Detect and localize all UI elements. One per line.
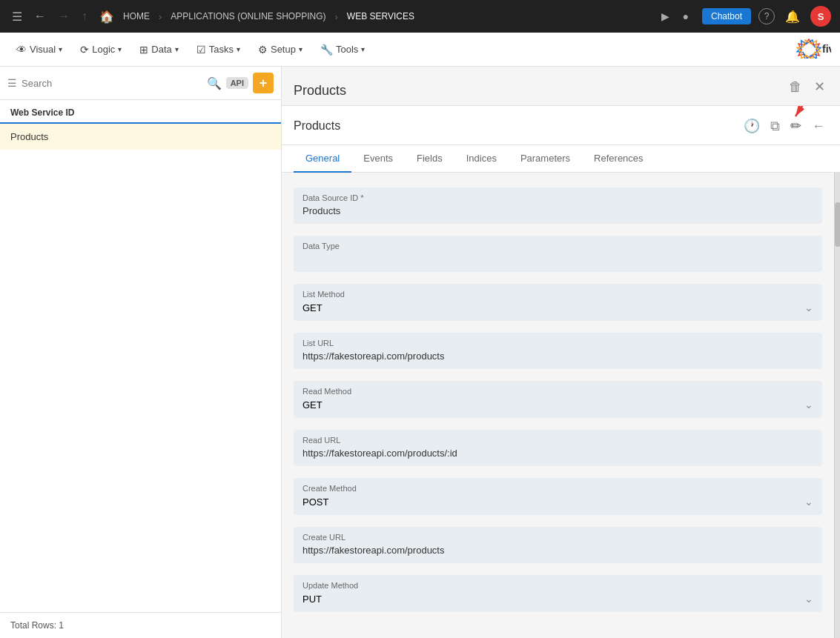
create-method-field[interactable]: Create Method POST ⌄ xyxy=(294,478,822,515)
data-type-value xyxy=(302,253,813,265)
update-method-field[interactable]: Update Method PUT ⌄ xyxy=(294,575,822,612)
create-method-select[interactable]: POST ⌄ xyxy=(302,496,813,508)
visual-label: Visual xyxy=(30,44,56,55)
inner-back-icon[interactable]: ← xyxy=(809,116,828,137)
tab-parameters-label: Parameters xyxy=(520,153,570,164)
list-method-label: List Method xyxy=(302,290,813,299)
search-icon: 🔍 xyxy=(207,76,222,90)
tab-general[interactable]: General xyxy=(294,145,351,173)
setup-label: Setup xyxy=(271,44,296,55)
update-method-select[interactable]: PUT ⌄ xyxy=(302,593,813,605)
setup-dropdown-icon: ▾ xyxy=(299,45,302,53)
breadcrumb-home[interactable]: HOME xyxy=(123,11,150,21)
tools-dropdown-icon: ▾ xyxy=(361,45,365,53)
search-input[interactable] xyxy=(22,78,202,89)
data-source-id-value: Products xyxy=(302,205,813,216)
play-icon[interactable]: ▶ xyxy=(658,7,672,25)
filter-icon: ☰ xyxy=(7,77,17,89)
scrollbar-thumb[interactable] xyxy=(835,202,840,247)
tab-references[interactable]: References xyxy=(582,145,655,173)
tab-fields-label: Fields xyxy=(417,153,443,164)
sidebar-item-products[interactable]: Products xyxy=(0,124,281,150)
record-icon[interactable]: ● xyxy=(680,7,692,25)
api-badge: API xyxy=(226,77,248,89)
tab-events[interactable]: Events xyxy=(351,145,405,173)
tab-indices[interactable]: Indices xyxy=(454,145,509,173)
close-icon[interactable]: ✕ xyxy=(811,76,828,98)
five-logo: five xyxy=(787,38,831,61)
read-url-label: Read URL xyxy=(302,436,813,445)
sidebar-footer: Total Rows: 1 xyxy=(0,612,281,638)
read-method-select[interactable]: GET ⌄ xyxy=(302,399,813,411)
inner-panel-title: Products xyxy=(294,119,741,140)
list-method-select[interactable]: GET ⌄ xyxy=(302,302,813,313)
history-icon[interactable]: 🕐 xyxy=(741,115,763,137)
tab-parameters[interactable]: Parameters xyxy=(509,145,582,173)
toolbar-setup[interactable]: ⚙ Setup ▾ xyxy=(251,39,310,60)
list-url-field: List URL https://fakestoreapi.com/produc… xyxy=(294,333,822,369)
logic-icon: ⟳ xyxy=(80,44,89,56)
edit-icon[interactable]: ✏ xyxy=(787,115,804,137)
tab-fields[interactable]: Fields xyxy=(405,145,454,173)
toolbar-data[interactable]: ⊞ Data ▾ xyxy=(132,39,185,60)
sidebar-item-label: Products xyxy=(10,131,48,142)
setup-icon: ⚙ xyxy=(258,44,268,56)
create-method-chevron: ⌄ xyxy=(804,496,813,508)
tasks-label: Tasks xyxy=(209,44,234,55)
svg-text:five: five xyxy=(822,43,831,55)
visual-dropdown-icon: ▾ xyxy=(59,45,62,53)
sidebar-section-header: Web Service ID xyxy=(0,100,281,124)
toolbar-visual[interactable]: 👁 Visual ▾ xyxy=(9,39,70,60)
toolbar-tools[interactable]: 🔧 Tools ▾ xyxy=(313,39,372,60)
delete-icon[interactable]: 🗑 xyxy=(786,76,805,98)
update-method-chevron: ⌄ xyxy=(804,593,813,605)
list-method-value: GET xyxy=(302,302,323,313)
tasks-icon: ☑ xyxy=(196,44,206,56)
read-method-chevron: ⌄ xyxy=(804,399,813,411)
home-icon[interactable]: 🏠 xyxy=(96,7,117,27)
tasks-dropdown-icon: ▾ xyxy=(237,45,240,53)
tabs: General Events Fields Indices Parameters… xyxy=(282,145,840,173)
data-dropdown-icon: ▾ xyxy=(175,45,179,53)
inner-panel: Products 🕐 ⧉ ✏ xyxy=(282,106,840,638)
breadcrumb-section[interactable]: WEB SERVICES xyxy=(347,11,414,21)
secondary-toolbar: 👁 Visual ▾ ⟳ Logic ▾ ⊞ Data ▾ ☑ Tasks ▾ … xyxy=(0,33,840,67)
chatbot-button[interactable]: Chatbot xyxy=(702,8,751,24)
breadcrumb-app[interactable]: APPLICATIONS (ONLINE SHOPPING) xyxy=(171,11,325,21)
copy-icon[interactable]: ⧉ xyxy=(767,116,783,137)
read-method-field[interactable]: Read Method GET ⌄ xyxy=(294,381,822,418)
menu-icon[interactable]: ☰ xyxy=(9,7,25,27)
data-source-id-field: Data Source ID * Products xyxy=(294,187,822,224)
sidebar-search-bar: ☰ 🔍 API + xyxy=(0,67,281,100)
toolbar-tasks[interactable]: ☑ Tasks ▾ xyxy=(189,39,248,60)
forward-icon[interactable]: → xyxy=(55,7,73,26)
create-url-field: Create URL https://fakestoreapi.com/prod… xyxy=(294,527,822,563)
sidebar: ☰ 🔍 API + Web Service ID Products Total … xyxy=(0,67,282,638)
help-icon[interactable]: ? xyxy=(758,8,775,24)
toolbar-logic[interactable]: ⟳ Logic ▾ xyxy=(73,39,129,60)
back-icon[interactable]: ← xyxy=(31,7,49,26)
list-method-chevron: ⌄ xyxy=(804,302,813,313)
up-icon[interactable]: ↑ xyxy=(79,7,90,26)
create-url-value: https://fakestoreapi.com/products xyxy=(302,545,813,556)
panel-title: Products xyxy=(294,83,786,99)
add-button[interactable]: + xyxy=(253,73,274,93)
breadcrumb-sep-1: › xyxy=(159,11,162,22)
tab-events-label: Events xyxy=(363,153,393,164)
data-icon: ⊞ xyxy=(139,44,148,56)
avatar[interactable]: S xyxy=(810,6,831,27)
panel-header: Products 🗑 ✕ xyxy=(282,67,840,106)
update-method-label: Update Method xyxy=(302,581,813,590)
content-panel: Products 🗑 ✕ Products 🕐 ⧉ ✏ xyxy=(282,67,840,638)
read-url-field: Read URL https://fakestoreapi.com/produc… xyxy=(294,430,822,466)
bell-icon[interactable]: 🔔 xyxy=(782,7,803,27)
list-method-field[interactable]: List Method GET ⌄ xyxy=(294,284,822,321)
read-method-value: GET xyxy=(302,399,323,411)
scrollbar-track[interactable] xyxy=(834,173,840,638)
tools-label: Tools xyxy=(336,44,358,55)
tab-general-label: General xyxy=(305,153,340,164)
breadcrumb-sep-2: › xyxy=(335,11,338,22)
list-url-label: List URL xyxy=(302,339,813,348)
panel-header-actions: 🗑 ✕ xyxy=(786,76,828,105)
create-method-label: Create Method xyxy=(302,484,813,493)
